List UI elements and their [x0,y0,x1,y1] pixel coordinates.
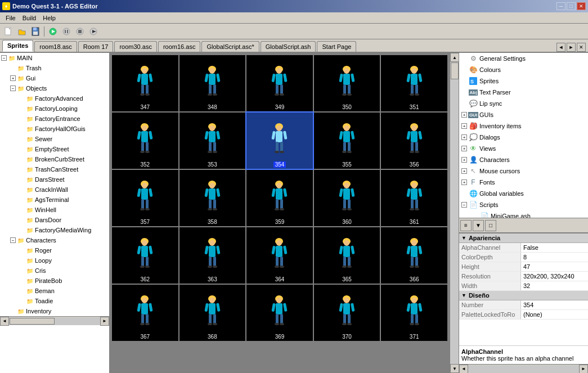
left-tree-item[interactable]: 📁TrashCanStreet [0,164,109,174]
menu-build[interactable]: Build [19,14,39,23]
right-tree-item[interactable]: +👤Characters [459,154,588,165]
hscroll-left[interactable]: ◄ [0,317,9,326]
scroll-thumb[interactable] [451,62,459,79]
sprite-cell[interactable]: 347 [112,55,178,111]
left-tree-item[interactable]: 📁FactoryLooping [0,104,109,114]
right-tree-item[interactable]: ⚙General Settings [459,53,588,64]
right-tree-item[interactable]: Ab|Text Parser [459,87,588,98]
right-scroll-left[interactable]: ◄ [459,365,468,374]
sprite-cell[interactable]: 348 [179,55,246,111]
new-button[interactable] [2,25,15,38]
right-tree-item[interactable]: 🌐Global variables [459,188,588,199]
left-tree-item[interactable]: 📁FactoryGMediaWing [0,225,109,235]
scroll-up-btn[interactable]: ▲ [450,53,459,62]
right-tree-item[interactable]: 🎨Colours [459,64,588,75]
right-tree-item[interactable]: 💬Lip sync [459,98,588,109]
sprite-cell[interactable]: 355 [314,113,380,169]
save-button[interactable] [29,25,42,38]
left-tree-item[interactable]: 📁Roger [0,245,109,255]
menu-help[interactable]: Help [39,14,59,23]
sprite-cell[interactable]: 360 [314,170,380,226]
left-tree-item[interactable]: 📁BrokenCurbStreet [0,154,109,164]
sprite-cell[interactable]: 363 [179,227,246,284]
right-tree-expand-btn[interactable]: + [461,179,467,185]
left-tree-item[interactable]: −📁Objects [0,83,109,93]
right-tree-item[interactable]: +FFonts [459,177,588,188]
left-tree-item[interactable]: 📁Trash [0,63,109,73]
tab-nav-right[interactable]: ► [567,43,576,52]
sprite-cell[interactable]: 365 [314,227,380,284]
sprite-cell[interactable]: 364 [246,227,313,284]
pause-button[interactable] [60,25,73,38]
left-tree-item[interactable]: 📁DarsDoor [0,215,109,225]
props-section-header[interactable]: ▼ Apariencia [459,233,588,243]
sprite-cell[interactable]: 358 [179,170,246,226]
left-tree-item[interactable]: 📁Toadie [0,296,109,306]
sprite-cell[interactable]: 371 [381,285,447,341]
props-btn-2[interactable]: ▼ [473,220,484,231]
left-tree-item[interactable]: −📁Characters [0,235,109,245]
sprite-cell[interactable]: 368 [179,285,246,341]
props-btn-3[interactable]: □ [485,220,496,231]
sprite-cell[interactable]: 362 [112,227,178,284]
right-tree-expand-btn[interactable]: + [461,146,467,151]
tree-expand-btn[interactable]: − [10,86,16,91]
sprite-cell[interactable]: 353 [179,113,246,169]
sprite-cell[interactable]: 361 [381,170,447,226]
sprite-cell[interactable]: 351 [381,55,447,111]
tab-room30[interactable]: room30.asc [114,41,156,52]
right-tree-item[interactable]: −📄Scripts [459,199,588,210]
sprite-cell[interactable]: 352 [112,113,178,169]
tree-expand-btn[interactable]: − [1,55,7,61]
left-tree-item[interactable]: 📁PirateBob [0,276,109,286]
scroll-down-btn[interactable]: ▼ [450,364,459,373]
tab-sprites[interactable]: Sprites [2,40,33,52]
tree-expand-btn[interactable]: − [10,237,16,243]
left-tree-item[interactable]: 📁Beman [0,286,109,296]
tab-startpage[interactable]: Start Page [317,41,356,52]
sprite-cell[interactable]: 357 [112,170,178,226]
right-tree-expand-btn[interactable]: + [461,157,467,163]
left-tree-item[interactable]: 📁Loopy [0,255,109,266]
sprite-cell[interactable]: 354 [246,113,313,169]
left-tree-item[interactable]: 📁AgsTerminal [0,195,109,205]
sprite-cell[interactable]: 366 [381,227,447,284]
tab-globalscript-ash[interactable]: GlobalScript.ash [261,41,316,52]
sprite-cell[interactable]: 356 [381,113,447,169]
right-tree-item[interactable]: +GUIGUIs [459,109,588,120]
left-tree-item[interactable]: 📁FactoryEntrance [0,114,109,124]
menu-file[interactable]: File [2,14,19,23]
sprite-cell[interactable]: 369 [246,285,313,341]
right-tree-expand-btn[interactable]: + [461,168,467,174]
sprite-cell[interactable]: 349 [246,55,313,111]
debug-button[interactable] [87,25,100,38]
right-tree-expand-btn[interactable]: + [461,112,467,118]
left-tree-item[interactable]: 📁Inventory [0,306,109,316]
right-tree-item[interactable]: +↖Mouse cursors [459,165,588,177]
right-tree-item[interactable]: +🎒Inventory items [459,120,588,132]
right-tree-item[interactable]: SSprites [459,75,588,87]
right-tree-item[interactable]: +💭Dialogs [459,132,588,143]
left-tree-item[interactable]: 📁WinHell [0,205,109,215]
props-section-header[interactable]: ▼ Diseño [459,291,588,300]
left-tree-item[interactable]: 📁FactoryHallOfGuis [0,124,109,134]
left-tree-item[interactable]: 📁Cris [0,266,109,276]
left-tree-item[interactable]: +📁Gui [0,73,109,83]
tab-room18[interactable]: room18.asc [34,41,77,52]
right-tree-item[interactable]: 📄MiniGame.ash [459,210,588,218]
right-tree-item[interactable]: +👁Views [459,143,588,154]
props-btn-1[interactable]: ≡ [460,220,472,231]
tab-room17[interactable]: Room 17 [78,41,114,52]
sprite-cell[interactable]: 367 [112,285,178,341]
left-tree-item[interactable]: 📁CrackInWall [0,185,109,195]
maximize-button[interactable]: □ [567,2,576,10]
tree-expand-btn[interactable]: + [10,75,16,81]
open-button[interactable] [16,25,28,38]
sprite-cell[interactable]: 359 [246,170,313,226]
sprite-cell[interactable]: 350 [314,55,380,111]
left-tree-item[interactable]: 📁DarsStreet [0,174,109,185]
right-scroll-right[interactable]: ► [579,365,588,374]
run-button[interactable] [47,25,59,38]
minimize-button[interactable]: ─ [556,2,565,10]
left-tree-item[interactable]: 📁FactoryAdvanced [0,93,109,104]
